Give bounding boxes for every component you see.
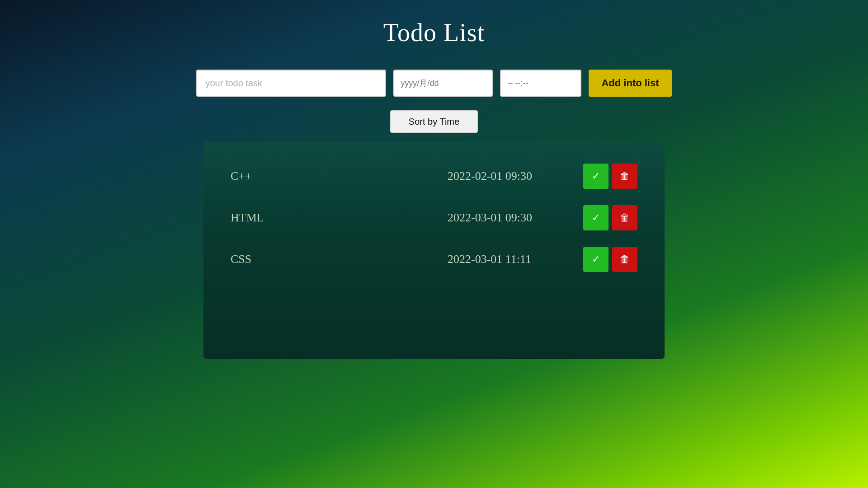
list-item: HTML2022-03-01 09:30✓🗑 bbox=[231, 197, 637, 239]
trash-icon: 🗑 bbox=[620, 253, 630, 265]
sort-by-time-button[interactable]: Sort by Time bbox=[390, 110, 478, 133]
item-name: CSS bbox=[231, 253, 330, 266]
trash-icon: 🗑 bbox=[620, 212, 630, 224]
date-input[interactable] bbox=[393, 70, 493, 97]
input-row: Add into list bbox=[196, 70, 671, 97]
complete-button[interactable]: ✓ bbox=[583, 247, 609, 272]
check-icon: ✓ bbox=[592, 170, 600, 182]
todo-list-container: C++2022-02-01 09:30✓🗑HTML2022-03-01 09:3… bbox=[203, 142, 665, 359]
add-into-list-button[interactable]: Add into list bbox=[589, 70, 671, 97]
complete-button[interactable]: ✓ bbox=[583, 205, 609, 230]
delete-button[interactable]: 🗑 bbox=[612, 205, 637, 230]
check-icon: ✓ bbox=[592, 212, 600, 224]
item-datetime: 2022-03-01 09:30 bbox=[448, 211, 532, 225]
delete-button[interactable]: 🗑 bbox=[612, 164, 637, 189]
list-item: C++2022-02-01 09:30✓🗑 bbox=[231, 155, 637, 197]
task-input[interactable] bbox=[196, 70, 386, 97]
item-datetime: 2022-03-01 11:11 bbox=[448, 253, 531, 266]
time-input[interactable] bbox=[500, 70, 581, 97]
item-name: HTML bbox=[231, 211, 330, 225]
item-datetime: 2022-02-01 09:30 bbox=[448, 169, 532, 183]
trash-icon: 🗑 bbox=[620, 170, 630, 182]
item-name: C++ bbox=[231, 169, 330, 183]
complete-button[interactable]: ✓ bbox=[583, 164, 609, 189]
page-title: Todo List bbox=[383, 18, 485, 47]
check-icon: ✓ bbox=[592, 253, 600, 265]
list-item: CSS2022-03-01 11:11✓🗑 bbox=[231, 239, 637, 280]
delete-button[interactable]: 🗑 bbox=[612, 247, 637, 272]
